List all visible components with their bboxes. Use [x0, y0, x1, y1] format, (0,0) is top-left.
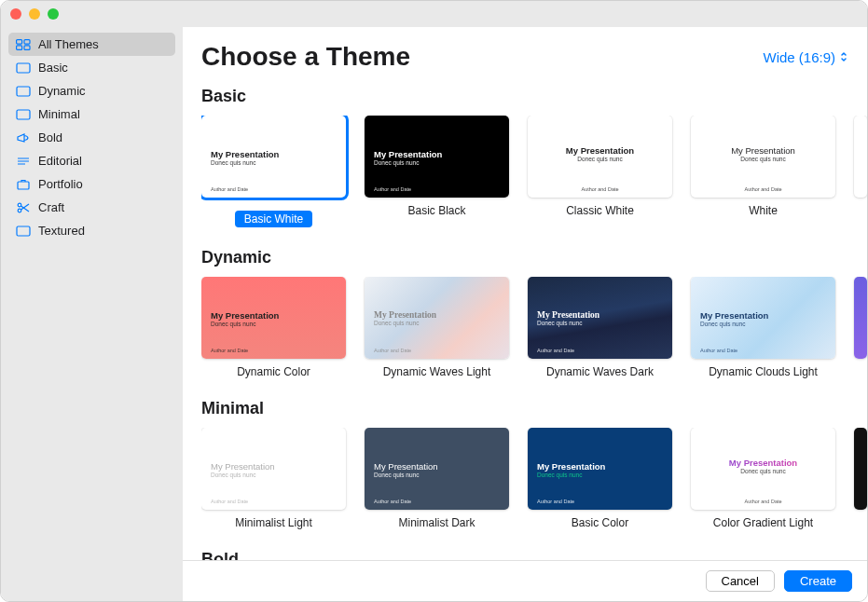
theme-grid-dynamic: My Presentation Donec quis nunc Author a…	[201, 277, 867, 378]
theme-dynamic-clouds-light[interactable]: My Presentation Donec quis nunc Author a…	[691, 277, 835, 378]
svg-rect-10	[18, 182, 29, 189]
theme-label: Basic Color	[528, 516, 672, 529]
sidebar-item-textured[interactable]: Textured	[8, 219, 175, 242]
sidebar-item-label: Basic	[38, 61, 68, 75]
theme-label: Basic Black	[365, 204, 509, 217]
sidebar-item-label: Minimal	[38, 107, 80, 121]
theme-white[interactable]: My Presentation Donec quis nunc Author a…	[691, 116, 835, 227]
thumb-title: My Presentation	[691, 145, 835, 156]
sidebar-item-label: Portfolio	[38, 177, 83, 191]
thumb-author: Author and Date	[374, 348, 411, 353]
updown-chevron-icon	[839, 50, 848, 63]
thumb-title: My Presentation	[211, 310, 279, 321]
theme-classic-white[interactable]: My Presentation Donec quis nunc Author a…	[528, 116, 672, 227]
svg-rect-3	[24, 45, 30, 49]
thumb-author: Author and Date	[537, 348, 574, 353]
theme-dynamic-waves-light[interactable]: My Presentation Donec quis nunc Author a…	[365, 277, 509, 378]
rectangle-icon	[16, 225, 31, 238]
main-header: Choose a Theme Wide (16:9)	[183, 27, 867, 83]
sidebar-item-minimal[interactable]: Minimal	[8, 103, 175, 126]
sidebar-item-bold[interactable]: Bold	[8, 126, 175, 149]
sidebar-item-all-themes[interactable]: All Themes	[8, 33, 175, 56]
theme-partial-basic[interactable]	[854, 116, 867, 227]
main-area: Choose a Theme Wide (16:9) Basic	[183, 27, 867, 601]
theme-partial-dynamic[interactable]	[854, 277, 867, 378]
theme-minimalist-dark[interactable]: My Presentation Donec quis nunc Author a…	[365, 428, 509, 529]
close-window-button[interactable]	[10, 8, 21, 20]
theme-label: Color Gradient Light	[691, 516, 835, 529]
theme-basic-color[interactable]: My Presentation Donec quis nunc Author a…	[528, 428, 672, 529]
thumb-title: My Presentation	[374, 149, 442, 159]
sidebar-item-portfolio[interactable]: Portfolio	[8, 172, 175, 196]
section-title: Bold	[201, 546, 867, 560]
thumb-sub: Donec quis nunc	[537, 472, 605, 478]
thumb-author: Author and Date	[211, 186, 248, 192]
minimize-window-button[interactable]	[29, 8, 40, 20]
theme-basic-white[interactable]: My Presentation Donec quis nunc Author a…	[201, 116, 346, 227]
sidebar-item-label: Craft	[38, 200, 64, 214]
aspect-ratio-selector[interactable]: Wide (16:9)	[763, 49, 848, 65]
section-title: Basic	[201, 83, 867, 116]
theme-label: Minimalist Dark	[365, 516, 509, 529]
svg-point-12	[18, 209, 21, 212]
thumb-sub: Donec quis nunc	[528, 156, 672, 162]
thumb-title: My Presentation	[211, 149, 279, 159]
theme-grid-basic: My Presentation Donec quis nunc Author a…	[201, 116, 867, 227]
thumb-title: My Presentation	[537, 461, 605, 472]
theme-dynamic-waves-dark[interactable]: My Presentation Donec quis nunc Author a…	[528, 277, 672, 378]
thumb-sub: Donec quis nunc	[211, 159, 279, 166]
thumb-sub: Donec quis nunc	[691, 156, 835, 162]
footer: Cancel Create	[183, 560, 867, 601]
thumb-sub: Donec quis nunc	[211, 321, 279, 327]
svg-rect-2	[17, 45, 22, 49]
sidebar-item-dynamic[interactable]: Dynamic	[8, 79, 175, 103]
theme-label: Minimalist Light	[201, 516, 346, 529]
sidebar-item-label: All Themes	[38, 37, 99, 51]
sidebar-item-label: Bold	[38, 130, 62, 144]
svg-rect-4	[17, 63, 30, 73]
thumb-sub: Donec quis nunc	[374, 472, 438, 478]
svg-rect-5	[17, 87, 30, 96]
theme-label: Dynamic Waves Dark	[528, 365, 672, 378]
section-bold: Bold	[183, 546, 867, 560]
sidebar-item-label: Dynamic	[38, 84, 86, 98]
theme-label: Classic White	[528, 204, 672, 217]
window-titlebar	[1, 1, 867, 27]
thumb-author: Author and Date	[211, 348, 248, 353]
create-button[interactable]: Create	[784, 570, 852, 592]
thumb-title: My Presentation	[211, 461, 275, 472]
sidebar-item-label: Textured	[38, 224, 85, 238]
thumb-author: Author and Date	[374, 499, 411, 504]
thumb-author: Author and Date	[691, 499, 835, 504]
theme-minimalist-light[interactable]: My Presentation Donec quis nunc Author a…	[201, 428, 346, 529]
sidebar-item-editorial[interactable]: Editorial	[8, 149, 175, 172]
svg-rect-15	[17, 226, 30, 236]
grid-icon	[16, 38, 31, 51]
megaphone-icon	[16, 131, 31, 144]
sidebar-item-craft[interactable]: Craft	[8, 196, 175, 219]
cancel-button[interactable]: Cancel	[706, 570, 775, 592]
svg-rect-6	[17, 110, 30, 119]
theme-label: White	[691, 204, 835, 217]
theme-color-gradient-light[interactable]: My Presentation Donec quis nunc Author a…	[691, 428, 835, 529]
theme-label: Dynamic Color	[201, 365, 346, 378]
rectangle-icon	[16, 108, 31, 121]
section-basic: Basic My Presentation Donec quis nunc Au…	[183, 83, 867, 244]
section-dynamic: Dynamic My Presentation Donec quis nunc …	[183, 244, 867, 395]
thumb-sub: Donec quis nunc	[374, 320, 436, 326]
thumb-title: My Presentation	[374, 461, 438, 472]
theme-label: Basic White	[235, 211, 312, 227]
theme-dynamic-color[interactable]: My Presentation Donec quis nunc Author a…	[201, 277, 346, 378]
theme-basic-black[interactable]: My Presentation Donec quis nunc Author a…	[365, 116, 509, 227]
thumb-title: My Presentation	[374, 310, 436, 320]
thumb-sub: Donec quis nunc	[537, 320, 599, 326]
svg-point-11	[18, 203, 21, 207]
zoom-window-button[interactable]	[48, 8, 59, 20]
theme-partial-minimal[interactable]	[854, 428, 867, 529]
theme-label: Dynamic Waves Light	[365, 365, 509, 378]
theme-label: Dynamic Clouds Light	[691, 365, 835, 378]
sidebar-item-basic[interactable]: Basic	[8, 56, 175, 79]
main-scroll[interactable]: Choose a Theme Wide (16:9) Basic	[183, 27, 867, 560]
thumb-title: My Presentation	[700, 310, 768, 321]
thumb-author: Author and Date	[528, 186, 672, 192]
